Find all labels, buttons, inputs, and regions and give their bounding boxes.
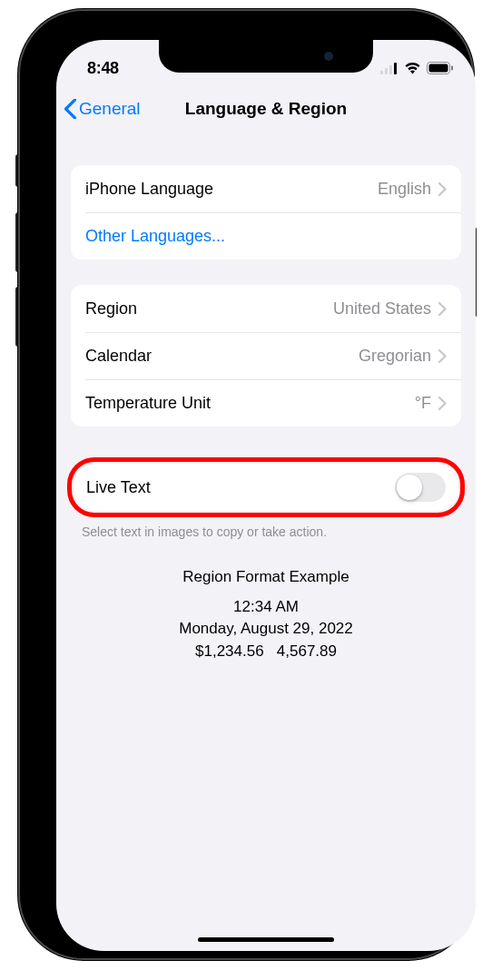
iphone-language-label: iPhone Language bbox=[85, 180, 213, 199]
example-numbers: $1,234.56 4,567.89 bbox=[56, 641, 476, 663]
content: General Language & Region iPhone Languag… bbox=[56, 85, 476, 951]
region-format-example: Region Format Example 12:34 AM Monday, A… bbox=[56, 566, 476, 663]
example-title: Region Format Example bbox=[56, 566, 476, 589]
language-section: iPhone Language English Other Languages.… bbox=[71, 165, 461, 260]
page-title: Language & Region bbox=[185, 99, 347, 119]
iphone-language-value: English bbox=[378, 180, 431, 199]
example-time: 12:34 AM bbox=[56, 596, 476, 619]
svg-rect-3 bbox=[394, 63, 397, 74]
chevron-right-icon bbox=[438, 182, 447, 196]
svg-rect-2 bbox=[389, 65, 392, 74]
calendar-label: Calendar bbox=[85, 347, 152, 366]
region-value: United States bbox=[333, 299, 431, 318]
region-label: Region bbox=[85, 299, 137, 318]
other-languages-row[interactable]: Other Languages... bbox=[71, 212, 461, 260]
temperature-label: Temperature Unit bbox=[85, 394, 211, 413]
temperature-value: °F bbox=[415, 394, 431, 413]
svg-rect-0 bbox=[380, 71, 383, 74]
example-date: Monday, August 29, 2022 bbox=[56, 618, 476, 641]
live-text-toggle[interactable] bbox=[395, 473, 446, 502]
chevron-left-icon bbox=[64, 99, 77, 119]
svg-rect-6 bbox=[451, 66, 453, 71]
status-time: 8:48 bbox=[87, 59, 119, 78]
back-button[interactable]: General bbox=[64, 99, 141, 119]
svg-rect-5 bbox=[429, 64, 448, 73]
cellular-signal-icon bbox=[380, 63, 399, 74]
live-text-highlight: Live Text bbox=[67, 457, 465, 517]
status-icons bbox=[380, 62, 454, 74]
region-row[interactable]: Region United States bbox=[71, 285, 461, 332]
navigation-bar: General Language & Region bbox=[56, 85, 476, 132]
phone-mockup: 8:48 bbox=[20, 11, 472, 958]
live-text-label: Live Text bbox=[86, 478, 151, 497]
home-indicator[interactable] bbox=[198, 937, 334, 942]
notch bbox=[159, 40, 373, 73]
region-section: Region United States Calendar Gregorian … bbox=[71, 285, 461, 426]
toggle-knob bbox=[397, 475, 422, 500]
wifi-icon bbox=[404, 62, 421, 74]
battery-icon bbox=[427, 62, 454, 74]
temperature-row[interactable]: Temperature Unit °F bbox=[71, 379, 461, 426]
other-languages-label: Other Languages... bbox=[85, 227, 225, 246]
chevron-right-icon bbox=[438, 349, 447, 363]
example-number: 4,567.89 bbox=[277, 642, 337, 660]
chevron-right-icon bbox=[438, 397, 447, 410]
screen: 8:48 bbox=[56, 40, 476, 951]
calendar-row[interactable]: Calendar Gregorian bbox=[71, 332, 461, 379]
svg-rect-1 bbox=[385, 68, 388, 74]
live-text-row[interactable]: Live Text bbox=[74, 464, 458, 511]
calendar-value: Gregorian bbox=[359, 347, 431, 366]
example-currency: $1,234.56 bbox=[195, 642, 264, 660]
chevron-right-icon bbox=[438, 302, 447, 316]
iphone-language-row[interactable]: iPhone Language English bbox=[71, 165, 461, 212]
back-label: General bbox=[79, 99, 141, 119]
live-text-description: Select text in images to copy or take ac… bbox=[56, 517, 476, 539]
